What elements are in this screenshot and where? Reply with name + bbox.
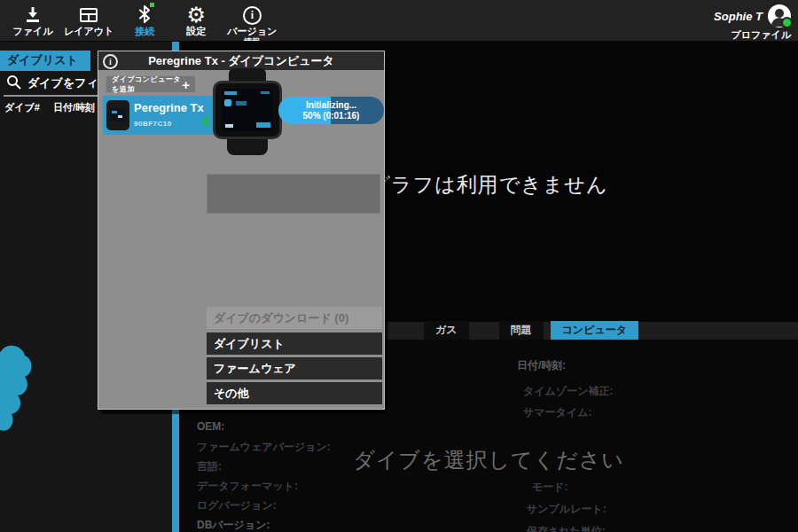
search-icon: [6, 74, 21, 92]
toolbar-item-settings[interactable]: ⚙ 設定: [170, 0, 222, 42]
select-dive-message: ダイブを選択してください: [179, 446, 798, 474]
device-list-item-peregrine[interactable]: Peregrine Tx 90BF7C10: [103, 96, 213, 135]
gear-icon: ⚙: [187, 4, 207, 26]
toolbar-item-layout[interactable]: レイアウト: [59, 0, 119, 42]
initialization-progress: Initializing... 50% (0:01:16): [278, 97, 384, 124]
profile-label[interactable]: プロファイル: [731, 28, 791, 42]
field-label-timezone: タイムゾーン補正:: [523, 384, 613, 399]
field-label-datetime: 日付/時刻:: [517, 358, 566, 373]
app-window: ファイル レイアウト: [0, 0, 798, 532]
info-icon[interactable]: i: [103, 54, 118, 69]
field-label-db-version: DBバージョン:: [197, 518, 270, 532]
empty-panel-box: [207, 174, 380, 214]
toolbar-menu: ファイル レイアウト: [7, 0, 282, 42]
divelist-button[interactable]: ダイブリスト: [207, 332, 382, 355]
avatar[interactable]: [768, 4, 791, 27]
other-label: その他: [214, 386, 249, 402]
dive-computer-image: [211, 68, 284, 155]
plus-icon: +: [182, 78, 190, 91]
sidebar-tab-divelist[interactable]: ダイブリスト: [0, 51, 90, 71]
device-dialog: i Peregrine Tx - ダイブコンピュータ ダイブコンピュータを追加 …: [98, 51, 385, 410]
field-label-log-version: ログバージョン:: [197, 498, 277, 513]
firmware-button[interactable]: ファームウェア: [207, 357, 382, 379]
field-label-mode: モード:: [532, 480, 568, 495]
device-thumbnail: [106, 100, 129, 130]
connected-status-dot: [150, 3, 154, 7]
online-presence-dot: [781, 17, 793, 28]
tab-computer[interactable]: コンピュータ: [551, 321, 638, 340]
field-label-saved-units: 保存された単位:: [527, 524, 606, 532]
add-dive-computer-button[interactable]: ダイブコンピュータを追加 +: [106, 75, 196, 93]
toolbar: ファイル レイアウト: [0, 0, 798, 42]
column-header-dive-number: ダイブ#: [4, 101, 40, 114]
watch-screen: [222, 89, 273, 131]
tab-gas[interactable]: ガス: [424, 321, 469, 340]
progress-status-text: Initializing...: [306, 100, 356, 111]
field-label-oem: OEM:: [197, 420, 224, 433]
bluetooth-connected-icon: [201, 115, 209, 131]
progress-detail-text: 50% (0:01:16): [303, 111, 360, 121]
add-dive-computer-label: ダイブコンピュータを追加: [112, 74, 182, 94]
watch-case: [213, 81, 282, 139]
other-button[interactable]: その他: [207, 382, 382, 404]
toolbar-item-label-line2: 情報: [244, 37, 260, 42]
download-dives-label: ダイブのダウンロード (0): [214, 310, 348, 326]
device-name: Peregrine Tx: [134, 101, 204, 114]
toolbar-item-label: ファイル: [12, 26, 52, 37]
toolbar-item-file[interactable]: ファイル: [7, 0, 59, 42]
download-icon: [24, 4, 42, 26]
user-area: Sophie T プロファイル: [714, 4, 791, 42]
toolbar-item-version-info[interactable]: i バージョン 情報: [222, 0, 282, 42]
decorative-blob: [0, 345, 35, 448]
dialog-titlebar: i Peregrine Tx - ダイブコンピュータ: [98, 51, 384, 70]
avatar-head: [775, 9, 784, 18]
column-header-datetime: 日付/時刻: [53, 101, 95, 114]
field-label-data-format: データフォーマット:: [197, 479, 298, 494]
field-label-dst: サマータイム:: [523, 405, 591, 420]
device-serial: 90BF7C10: [134, 120, 172, 128]
watch-strap-bottom: [227, 137, 268, 155]
bluetooth-icon: [138, 4, 151, 26]
toolbar-item-label: レイアウト: [64, 26, 113, 37]
toolbar-item-connect[interactable]: 接続: [119, 0, 170, 42]
layout-icon: [79, 4, 98, 26]
user-name: Sophie T: [714, 10, 763, 23]
dialog-title: Peregrine Tx - ダイブコンピュータ: [148, 53, 334, 69]
toolbar-item-label: バージョン: [227, 26, 277, 37]
toolbar-item-label: 接続: [135, 26, 154, 37]
download-dives-button[interactable]: ダイブのダウンロード (0): [207, 307, 382, 329]
graph-unavailable-message: グラフは利用できません: [370, 166, 608, 199]
field-label-sample-rate: サンプルレート:: [527, 502, 606, 517]
divelist-label: ダイブリスト: [214, 336, 285, 352]
device-info: Peregrine Tx 90BF7C10: [134, 99, 209, 131]
tab-issues[interactable]: 問題: [499, 321, 544, 340]
firmware-label: ファームウェア: [214, 361, 296, 377]
info-icon: i: [243, 4, 262, 26]
